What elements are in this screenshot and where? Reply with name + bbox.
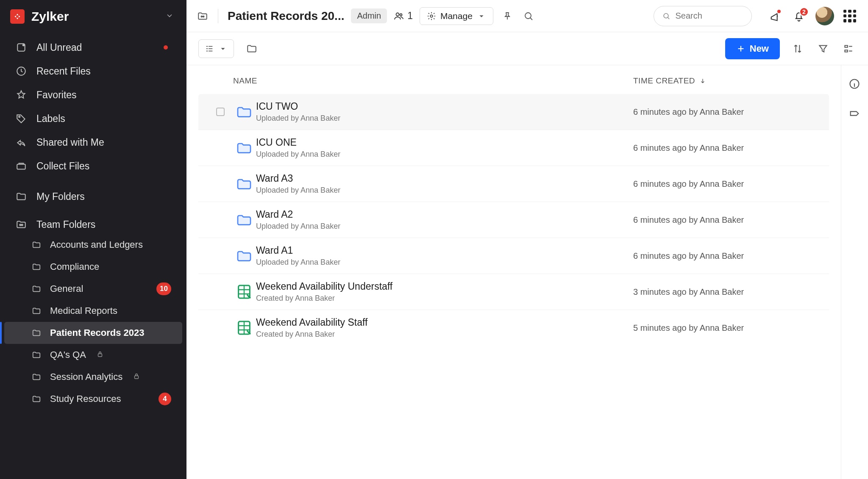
clock-icon [15,65,27,77]
main: Patient Records 20... Admin 1 Manage 2 [186,0,868,479]
folder-icon [31,284,42,294]
column-name[interactable]: NAME [233,76,633,86]
user-avatar[interactable] [815,7,834,25]
sidebar-section-team-folders[interactable]: Team Folders [0,212,186,234]
svg-point-9 [201,16,202,17]
sidebar-item-labels[interactable]: Labels [0,107,186,130]
svg-point-11 [396,13,399,16]
svg-point-10 [203,16,204,17]
sidebar-subitem-medical-reports[interactable]: Medical Reports [4,300,182,322]
file-time: 6 minutes ago by Anna Baker [633,251,811,261]
folder-icon[interactable] [244,41,259,56]
chevron-down-icon[interactable] [165,11,174,22]
file-row[interactable]: Ward A3Uploaded by Anna Baker6 minutes a… [198,166,829,202]
folder-icon [31,394,42,404]
sidebar-subitem-study-resources[interactable]: Study Resources4 [4,388,182,410]
row-meta: Ward A3Uploaded by Anna Baker [256,173,633,195]
sidebar-section-my-folders[interactable]: My Folders [0,184,186,206]
sidebar-subitem-qa-s-qa[interactable]: QA's QA [4,344,182,366]
content: NAME TIME CREATED ICU TWOUploaded by Ann… [186,65,868,479]
svg-rect-17 [845,50,848,52]
gear-icon [427,11,436,21]
sidebar-subitem-label: QA's QA [50,349,86,360]
collect-icon [15,160,27,172]
file-time: 6 minutes ago by Anna Baker [633,215,811,225]
arrow-down-icon [699,78,706,84]
team-folder-icon[interactable] [197,10,209,22]
sidebar-subitem-label: Accounts and Ledgers [50,239,143,250]
sidebar-item-label: All Unread [36,42,82,53]
row-meta: Weekend Availability StaffCreated by Ann… [256,317,633,339]
brand-name: Zylker [31,9,69,24]
file-row[interactable]: Weekend Availability StaffCreated by Ann… [198,310,829,346]
sidebar-item-collect-files[interactable]: Collect Files [0,154,186,178]
sidebar-subitem-label: General [50,283,83,294]
sidebar-item-label: Shared with Me [36,137,104,148]
sidebar-subitem-patient-records-2023[interactable]: Patient Records 2023 [4,322,182,344]
file-row[interactable]: Ward A2Uploaded by Anna Baker6 minutes a… [198,202,829,238]
sidebar-nav: All Unread Recent Files Favorites Labels… [0,33,186,413]
star-icon [15,89,27,101]
view-tree-button[interactable] [198,39,234,58]
folder-icon [232,247,256,264]
sidebar-item-label: Collect Files [36,161,89,172]
file-row[interactable]: ICU ONEUploaded by Anna Baker6 minutes a… [198,130,829,166]
caret-down-icon [477,11,486,21]
sidebar-item-favorites[interactable]: Favorites [0,83,186,107]
sidebar-item-label: Favorites [36,89,77,101]
notifications-icon[interactable]: 2 [792,9,806,23]
folder-icon [232,103,256,120]
folder-icon [31,262,42,272]
column-time-created[interactable]: TIME CREATED [633,76,811,86]
lock-icon [133,371,140,382]
svg-point-1 [22,44,25,46]
sidebar-subitem-accounts-and-ledgers[interactable]: Accounts and Ledgers [4,234,182,256]
file-row[interactable]: ICU TWOUploaded by Anna Baker6 minutes a… [198,94,829,130]
new-button[interactable]: New [725,38,780,59]
file-time: 3 minutes ago by Anna Baker [633,287,811,297]
row-checkbox[interactable] [209,108,232,116]
svg-rect-8 [135,376,139,379]
svg-point-6 [22,224,23,225]
notification-badge: 2 [799,7,809,17]
file-subtitle: Uploaded by Anna Baker [256,186,633,195]
label-icon[interactable] [849,108,861,120]
global-search[interactable] [654,6,752,26]
sidebar-subitem-general[interactable]: General10 [4,278,182,300]
sidebar-header[interactable]: Zylker [0,4,186,33]
brand-logo [10,9,25,24]
count-badge: 4 [159,393,171,405]
folder-icon [232,175,256,192]
sort-icon[interactable] [790,41,805,56]
file-subtitle: Uploaded by Anna Baker [256,222,633,231]
search-icon[interactable] [521,9,536,23]
sidebar: Zylker All Unread Recent Files Favorites… [0,0,186,479]
sidebar-subitem-session-analytics[interactable]: Session Analytics [4,366,182,388]
right-rail [841,65,868,479]
file-subtitle: Created by Anna Baker [256,330,633,339]
folder-icon [31,350,42,360]
people-count[interactable]: 1 [394,10,413,22]
file-row[interactable]: Weekend Availability UnderstaffCreated b… [198,274,829,310]
announcements-icon[interactable] [768,9,782,23]
file-name: Weekend Availability Staff [256,317,633,328]
sidebar-item-recent-files[interactable]: Recent Files [0,59,186,83]
apps-grid-icon[interactable] [843,10,856,22]
file-time: 6 minutes ago by Anna Baker [633,143,811,153]
sidebar-subitem-compliance[interactable]: Compliance [4,256,182,278]
count-badge: 10 [156,282,171,295]
file-row[interactable]: Ward A1Uploaded by Anna Baker6 minutes a… [198,238,829,274]
row-meta: Ward A2Uploaded by Anna Baker [256,209,633,231]
sidebar-subitem-label: Patient Records 2023 [50,327,145,338]
layout-icon[interactable] [841,41,856,56]
pin-icon[interactable] [500,9,515,23]
sidebar-section-label: My Folders [36,191,85,202]
file-subtitle: Uploaded by Anna Baker [256,258,633,267]
sidebar-item-all-unread[interactable]: All Unread [0,36,186,59]
sidebar-item-shared-with-me[interactable]: Shared with Me [0,130,186,154]
filter-icon[interactable] [815,41,831,56]
search-input[interactable] [675,11,743,21]
sidebar-section-label: Team Folders [36,219,95,230]
manage-button[interactable]: Manage [420,7,493,25]
info-icon[interactable] [849,78,861,91]
